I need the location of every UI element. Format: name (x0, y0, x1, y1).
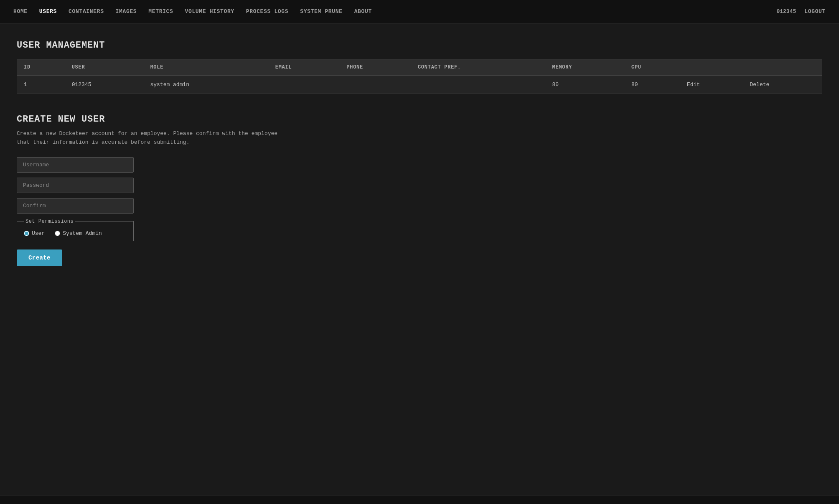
table-row: 1 012345 system admin 80 80 Edit Delete (17, 76, 822, 94)
edit-button[interactable]: Edit (687, 81, 700, 88)
nav-links-left: HOME USERS CONTAINERS IMAGES METRICS VOL… (13, 8, 372, 15)
col-id: ID (17, 59, 65, 76)
create-user-title: CREATE NEW USER (17, 114, 284, 125)
permissions-fieldset: Set Permissions User System Admin (17, 219, 134, 241)
permissions-legend: Set Permissions (24, 219, 75, 224)
nav-containers[interactable]: CONTAINERS (69, 8, 104, 15)
create-user-description: Create a new Docketeer account for an em… (17, 130, 284, 147)
confirm-input[interactable] (17, 198, 134, 214)
col-delete (743, 59, 822, 76)
radio-user-text: User (32, 230, 45, 237)
radio-user[interactable] (24, 231, 29, 236)
cell-delete[interactable]: Delete (743, 76, 822, 94)
radio-user-label[interactable]: User (24, 230, 45, 237)
col-memory: MEMORY (546, 59, 625, 76)
nav-logout[interactable]: LOGOUT (804, 8, 826, 15)
create-user-section: CREATE NEW USER Create a new Docketeer a… (17, 114, 284, 266)
radio-admin-text: System Admin (63, 230, 102, 237)
col-cpu: CPU (625, 59, 680, 76)
nav-users[interactable]: USERS (39, 8, 57, 15)
cell-phone (340, 76, 411, 94)
create-button[interactable]: Create (17, 249, 62, 266)
cell-cpu: 80 (625, 76, 680, 94)
cell-role: system admin (143, 76, 268, 94)
nav-about[interactable]: ABOUT (354, 8, 372, 15)
navbar: HOME USERS CONTAINERS IMAGES METRICS VOL… (0, 0, 839, 23)
radio-admin[interactable] (55, 231, 60, 236)
radio-admin-label[interactable]: System Admin (55, 230, 102, 237)
nav-system-prune[interactable]: SYSTEM PRUNE (300, 8, 342, 15)
col-actions (680, 59, 743, 76)
cell-email (269, 76, 340, 94)
col-role: ROLE (143, 59, 268, 76)
col-contact-pref: CONTACT PREF. (411, 59, 546, 76)
password-input[interactable] (17, 178, 134, 193)
table-header: ID USER ROLE EMAIL PHONE CONTACT PREF. M… (17, 59, 822, 76)
col-phone: PHONE (340, 59, 411, 76)
table-body: 1 012345 system admin 80 80 Edit Delete (17, 76, 822, 94)
nav-volume-history[interactable]: VOLUME HISTORY (185, 8, 234, 15)
radio-group: User System Admin (24, 230, 127, 237)
nav-home[interactable]: HOME (13, 8, 28, 15)
cell-memory: 80 (546, 76, 625, 94)
nav-user-area: 012345 LOGOUT (776, 8, 826, 15)
main-content: USER MANAGEMENT ID USER ROLE EMAIL PHONE… (0, 23, 839, 283)
footer-bar (0, 496, 839, 504)
user-table: ID USER ROLE EMAIL PHONE CONTACT PREF. M… (17, 59, 822, 94)
delete-button[interactable]: Delete (750, 81, 769, 88)
user-management-title: USER MANAGEMENT (17, 40, 822, 51)
nav-username: 012345 (776, 8, 796, 15)
cell-user: 012345 (65, 76, 144, 94)
nav-metrics[interactable]: METRICS (148, 8, 173, 15)
col-email: EMAIL (269, 59, 340, 76)
cell-id: 1 (17, 76, 65, 94)
username-input[interactable] (17, 157, 134, 173)
nav-images[interactable]: IMAGES (116, 8, 137, 15)
cell-edit[interactable]: Edit (680, 76, 743, 94)
nav-process-logs[interactable]: PROCESS LOGS (246, 8, 288, 15)
cell-contact-pref (411, 76, 546, 94)
col-user: USER (65, 59, 144, 76)
